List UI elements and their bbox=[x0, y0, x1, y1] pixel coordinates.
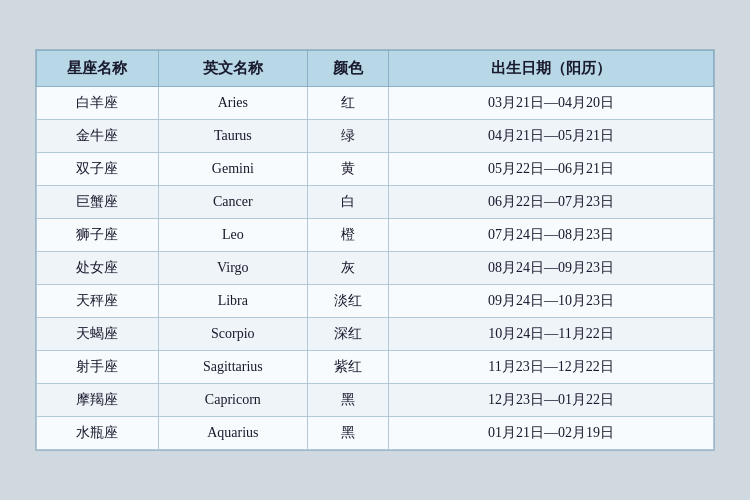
cell-english: Libra bbox=[158, 285, 307, 318]
cell-chinese: 白羊座 bbox=[37, 87, 159, 120]
cell-english: Sagittarius bbox=[158, 351, 307, 384]
table-row: 摩羯座Capricorn黑12月23日—01月22日 bbox=[37, 384, 714, 417]
table-row: 处女座Virgo灰08月24日—09月23日 bbox=[37, 252, 714, 285]
cell-chinese: 双子座 bbox=[37, 153, 159, 186]
cell-date: 07月24日—08月23日 bbox=[389, 219, 714, 252]
cell-english: Scorpio bbox=[158, 318, 307, 351]
cell-english: Cancer bbox=[158, 186, 307, 219]
table-row: 狮子座Leo橙07月24日—08月23日 bbox=[37, 219, 714, 252]
cell-date: 04月21日—05月21日 bbox=[389, 120, 714, 153]
table-header-row: 星座名称 英文名称 颜色 出生日期（阳历） bbox=[37, 51, 714, 87]
cell-english: Leo bbox=[158, 219, 307, 252]
cell-chinese: 巨蟹座 bbox=[37, 186, 159, 219]
cell-color: 淡红 bbox=[307, 285, 388, 318]
cell-date: 11月23日—12月22日 bbox=[389, 351, 714, 384]
cell-color: 白 bbox=[307, 186, 388, 219]
cell-color: 深红 bbox=[307, 318, 388, 351]
header-date: 出生日期（阳历） bbox=[389, 51, 714, 87]
cell-chinese: 天秤座 bbox=[37, 285, 159, 318]
cell-color: 黄 bbox=[307, 153, 388, 186]
cell-chinese: 金牛座 bbox=[37, 120, 159, 153]
cell-english: Taurus bbox=[158, 120, 307, 153]
cell-chinese: 摩羯座 bbox=[37, 384, 159, 417]
cell-chinese: 天蝎座 bbox=[37, 318, 159, 351]
cell-color: 紫红 bbox=[307, 351, 388, 384]
cell-date: 05月22日—06月21日 bbox=[389, 153, 714, 186]
table-row: 双子座Gemini黄05月22日—06月21日 bbox=[37, 153, 714, 186]
cell-date: 09月24日—10月23日 bbox=[389, 285, 714, 318]
cell-english: Gemini bbox=[158, 153, 307, 186]
header-color: 颜色 bbox=[307, 51, 388, 87]
cell-english: Aries bbox=[158, 87, 307, 120]
cell-english: Aquarius bbox=[158, 417, 307, 450]
cell-chinese: 狮子座 bbox=[37, 219, 159, 252]
table-row: 白羊座Aries红03月21日—04月20日 bbox=[37, 87, 714, 120]
header-chinese: 星座名称 bbox=[37, 51, 159, 87]
cell-color: 灰 bbox=[307, 252, 388, 285]
zodiac-table: 星座名称 英文名称 颜色 出生日期（阳历） 白羊座Aries红03月21日—04… bbox=[36, 50, 714, 450]
cell-color: 黑 bbox=[307, 417, 388, 450]
cell-date: 08月24日—09月23日 bbox=[389, 252, 714, 285]
cell-date: 03月21日—04月20日 bbox=[389, 87, 714, 120]
cell-date: 01月21日—02月19日 bbox=[389, 417, 714, 450]
cell-color: 黑 bbox=[307, 384, 388, 417]
table-row: 天蝎座Scorpio深红10月24日—11月22日 bbox=[37, 318, 714, 351]
cell-color: 橙 bbox=[307, 219, 388, 252]
cell-date: 10月24日—11月22日 bbox=[389, 318, 714, 351]
cell-date: 06月22日—07月23日 bbox=[389, 186, 714, 219]
cell-chinese: 水瓶座 bbox=[37, 417, 159, 450]
cell-chinese: 处女座 bbox=[37, 252, 159, 285]
table-row: 射手座Sagittarius紫红11月23日—12月22日 bbox=[37, 351, 714, 384]
zodiac-table-container: 星座名称 英文名称 颜色 出生日期（阳历） 白羊座Aries红03月21日—04… bbox=[35, 49, 715, 451]
header-english: 英文名称 bbox=[158, 51, 307, 87]
table-row: 水瓶座Aquarius黑01月21日—02月19日 bbox=[37, 417, 714, 450]
cell-english: Virgo bbox=[158, 252, 307, 285]
table-row: 巨蟹座Cancer白06月22日—07月23日 bbox=[37, 186, 714, 219]
table-row: 金牛座Taurus绿04月21日—05月21日 bbox=[37, 120, 714, 153]
table-row: 天秤座Libra淡红09月24日—10月23日 bbox=[37, 285, 714, 318]
cell-date: 12月23日—01月22日 bbox=[389, 384, 714, 417]
cell-chinese: 射手座 bbox=[37, 351, 159, 384]
cell-color: 绿 bbox=[307, 120, 388, 153]
cell-english: Capricorn bbox=[158, 384, 307, 417]
cell-color: 红 bbox=[307, 87, 388, 120]
